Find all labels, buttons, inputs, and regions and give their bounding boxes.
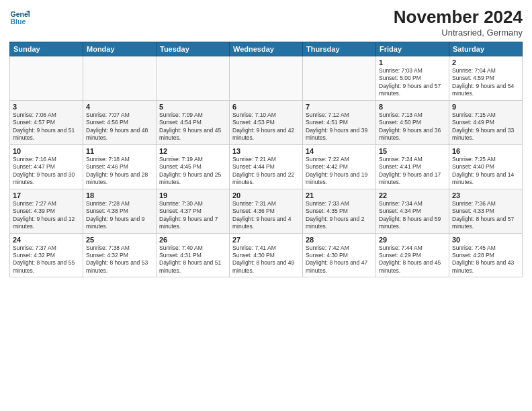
day-detail: Sunrise: 7:27 AM Sunset: 4:39 PM Dayligh… <box>13 200 80 231</box>
page-title: November 2024 <box>394 7 523 28</box>
day-number: 17 <box>13 191 80 199</box>
title-block: November 2024 Untrasried, Germany <box>394 7 523 38</box>
day-number: 18 <box>86 191 153 199</box>
day-detail: Sunrise: 7:30 AM Sunset: 4:37 PM Dayligh… <box>159 200 226 231</box>
day-detail: Sunrise: 7:07 AM Sunset: 4:56 PM Dayligh… <box>86 111 153 142</box>
calendar-cell: 9Sunrise: 7:15 AM Sunset: 4:49 PM Daylig… <box>449 100 523 144</box>
day-number: 13 <box>232 147 300 155</box>
day-number: 25 <box>86 236 153 244</box>
day-number: 5 <box>159 103 226 111</box>
day-number: 7 <box>306 103 373 111</box>
calendar-cell: 24Sunrise: 7:37 AM Sunset: 4:32 PM Dayli… <box>10 233 83 277</box>
calendar-cell: 14Sunrise: 7:22 AM Sunset: 4:42 PM Dayli… <box>303 144 376 189</box>
day-number: 24 <box>13 236 80 244</box>
calendar-table: SundayMondayTuesdayWednesdayThursdayFrid… <box>9 42 523 277</box>
calendar-cell: 27Sunrise: 7:41 AM Sunset: 4:30 PM Dayli… <box>230 233 303 277</box>
day-detail: Sunrise: 7:34 AM Sunset: 4:34 PM Dayligh… <box>379 200 446 231</box>
calendar-cell: 12Sunrise: 7:19 AM Sunset: 4:45 PM Dayli… <box>157 144 230 189</box>
calendar-cell: 30Sunrise: 7:45 AM Sunset: 4:28 PM Dayli… <box>449 233 523 277</box>
day-detail: Sunrise: 7:33 AM Sunset: 4:35 PM Dayligh… <box>306 200 373 231</box>
header-saturday: Saturday <box>449 42 523 56</box>
calendar-cell: 21Sunrise: 7:33 AM Sunset: 4:35 PM Dayli… <box>303 189 376 233</box>
day-number: 1 <box>379 58 446 66</box>
day-number: 27 <box>232 236 300 244</box>
day-detail: Sunrise: 7:37 AM Sunset: 4:32 PM Dayligh… <box>13 244 80 275</box>
calendar-cell: 6Sunrise: 7:10 AM Sunset: 4:53 PM Daylig… <box>230 100 303 144</box>
calendar-cell: 8Sunrise: 7:13 AM Sunset: 4:50 PM Daylig… <box>376 100 449 144</box>
calendar-cell: 2Sunrise: 7:04 AM Sunset: 4:59 PM Daylig… <box>449 56 523 101</box>
day-number: 21 <box>306 191 373 199</box>
day-number: 3 <box>13 103 80 111</box>
day-number: 29 <box>379 236 446 244</box>
day-number: 9 <box>452 103 519 111</box>
calendar-cell: 10Sunrise: 7:16 AM Sunset: 4:47 PM Dayli… <box>10 144 83 189</box>
day-detail: Sunrise: 7:41 AM Sunset: 4:30 PM Dayligh… <box>232 244 300 275</box>
calendar-week-2: 10Sunrise: 7:16 AM Sunset: 4:47 PM Dayli… <box>10 144 523 189</box>
calendar-week-3: 17Sunrise: 7:27 AM Sunset: 4:39 PM Dayli… <box>10 189 523 233</box>
day-number: 26 <box>159 236 226 244</box>
calendar-cell: 16Sunrise: 7:25 AM Sunset: 4:40 PM Dayli… <box>449 144 523 189</box>
day-number: 19 <box>159 191 226 199</box>
day-number: 8 <box>379 103 446 111</box>
day-number: 6 <box>232 103 300 111</box>
calendar-cell <box>83 56 157 101</box>
calendar-cell: 25Sunrise: 7:38 AM Sunset: 4:32 PM Dayli… <box>83 233 157 277</box>
calendar-cell <box>157 56 230 101</box>
day-detail: Sunrise: 7:45 AM Sunset: 4:28 PM Dayligh… <box>452 244 519 275</box>
day-detail: Sunrise: 7:22 AM Sunset: 4:42 PM Dayligh… <box>306 156 373 187</box>
calendar-cell: 26Sunrise: 7:40 AM Sunset: 4:31 PM Dayli… <box>157 233 230 277</box>
day-number: 4 <box>86 103 153 111</box>
day-detail: Sunrise: 7:38 AM Sunset: 4:32 PM Dayligh… <box>86 244 153 275</box>
calendar-cell: 28Sunrise: 7:42 AM Sunset: 4:30 PM Dayli… <box>303 233 376 277</box>
calendar-cell <box>10 56 83 101</box>
page-header: General Blue November 2024 Untrasried, G… <box>9 7 523 38</box>
calendar-cell: 20Sunrise: 7:31 AM Sunset: 4:36 PM Dayli… <box>230 189 303 233</box>
day-number: 14 <box>306 147 373 155</box>
calendar-cell: 11Sunrise: 7:18 AM Sunset: 4:46 PM Dayli… <box>83 144 157 189</box>
calendar-cell: 29Sunrise: 7:44 AM Sunset: 4:29 PM Dayli… <box>376 233 449 277</box>
day-number: 22 <box>379 191 446 199</box>
day-number: 12 <box>159 147 226 155</box>
calendar-cell: 17Sunrise: 7:27 AM Sunset: 4:39 PM Dayli… <box>10 189 83 233</box>
day-detail: Sunrise: 7:31 AM Sunset: 4:36 PM Dayligh… <box>232 200 300 231</box>
day-number: 11 <box>86 147 153 155</box>
day-detail: Sunrise: 7:24 AM Sunset: 4:41 PM Dayligh… <box>379 156 446 187</box>
calendar-week-0: 1Sunrise: 7:03 AM Sunset: 5:00 PM Daylig… <box>10 56 523 101</box>
logo: General Blue <box>9 7 30 27</box>
day-detail: Sunrise: 7:36 AM Sunset: 4:33 PM Dayligh… <box>452 200 519 231</box>
calendar-cell: 5Sunrise: 7:09 AM Sunset: 4:54 PM Daylig… <box>157 100 230 144</box>
header-thursday: Thursday <box>303 42 376 56</box>
day-detail: Sunrise: 7:19 AM Sunset: 4:45 PM Dayligh… <box>159 156 226 187</box>
header-monday: Monday <box>83 42 157 56</box>
day-detail: Sunrise: 7:28 AM Sunset: 4:38 PM Dayligh… <box>86 200 153 231</box>
calendar-cell <box>303 56 376 101</box>
day-detail: Sunrise: 7:04 AM Sunset: 4:59 PM Dayligh… <box>452 67 519 98</box>
day-detail: Sunrise: 7:15 AM Sunset: 4:49 PM Dayligh… <box>452 111 519 142</box>
day-number: 10 <box>13 147 80 155</box>
calendar-cell: 7Sunrise: 7:12 AM Sunset: 4:51 PM Daylig… <box>303 100 376 144</box>
calendar-cell: 18Sunrise: 7:28 AM Sunset: 4:38 PM Dayli… <box>83 189 157 233</box>
calendar-week-1: 3Sunrise: 7:06 AM Sunset: 4:57 PM Daylig… <box>10 100 523 144</box>
calendar-header-row: SundayMondayTuesdayWednesdayThursdayFrid… <box>10 42 523 56</box>
day-number: 28 <box>306 236 373 244</box>
day-number: 15 <box>379 147 446 155</box>
calendar-cell: 19Sunrise: 7:30 AM Sunset: 4:37 PM Dayli… <box>157 189 230 233</box>
day-detail: Sunrise: 7:25 AM Sunset: 4:40 PM Dayligh… <box>452 156 519 187</box>
calendar-cell: 23Sunrise: 7:36 AM Sunset: 4:33 PM Dayli… <box>449 189 523 233</box>
day-detail: Sunrise: 7:06 AM Sunset: 4:57 PM Dayligh… <box>13 111 80 142</box>
logo-icon: General Blue <box>9 7 30 27</box>
day-detail: Sunrise: 7:42 AM Sunset: 4:30 PM Dayligh… <box>306 244 373 275</box>
calendar-cell: 22Sunrise: 7:34 AM Sunset: 4:34 PM Dayli… <box>376 189 449 233</box>
page-subtitle: Untrasried, Germany <box>394 28 523 38</box>
header-sunday: Sunday <box>10 42 83 56</box>
day-detail: Sunrise: 7:13 AM Sunset: 4:50 PM Dayligh… <box>379 111 446 142</box>
calendar-cell: 13Sunrise: 7:21 AM Sunset: 4:44 PM Dayli… <box>230 144 303 189</box>
calendar-cell: 1Sunrise: 7:03 AM Sunset: 5:00 PM Daylig… <box>376 56 449 101</box>
day-number: 23 <box>452 191 519 199</box>
calendar-cell <box>230 56 303 101</box>
day-detail: Sunrise: 7:09 AM Sunset: 4:54 PM Dayligh… <box>159 111 226 142</box>
day-number: 30 <box>452 236 519 244</box>
header-wednesday: Wednesday <box>230 42 303 56</box>
header-friday: Friday <box>376 42 449 56</box>
calendar-cell: 15Sunrise: 7:24 AM Sunset: 4:41 PM Dayli… <box>376 144 449 189</box>
